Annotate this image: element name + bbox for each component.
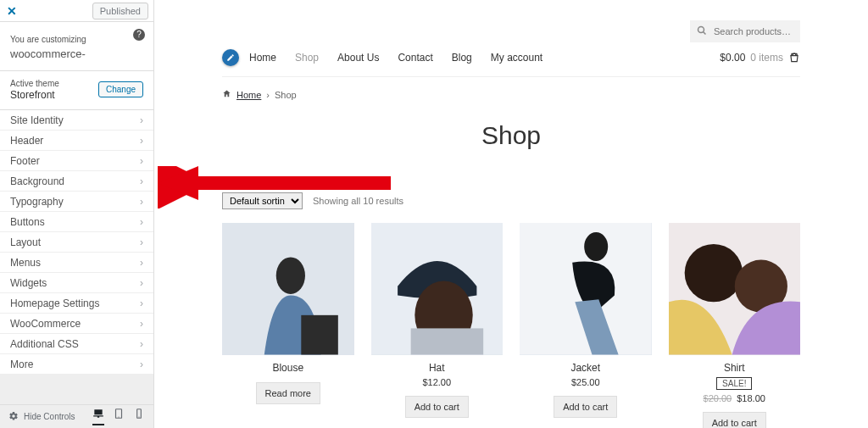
sidebar-item-woocommerce[interactable]: WooCommerce›	[0, 314, 153, 334]
price: $12.00	[371, 377, 504, 387]
nav-row: HomeShopAbout UsContactBlogMy account $0…	[222, 49, 800, 77]
svg-rect-11	[410, 328, 483, 354]
tablet-icon[interactable]	[113, 408, 125, 425]
chevron-right-icon: ›	[140, 155, 143, 167]
sidebar-item-label: Homepage Settings	[10, 297, 99, 309]
svg-point-7	[276, 257, 305, 294]
cart-widget[interactable]: $0.00 0 items	[720, 52, 800, 64]
sidebar-item-footer[interactable]: Footer›	[0, 151, 153, 171]
product-name[interactable]: Hat	[371, 362, 504, 374]
sidebar-item-label: Site Identity	[10, 114, 64, 126]
nav-link-about-us[interactable]: About Us	[337, 52, 379, 64]
product-grid: Blouse Read more Hat $12.00 Add to cart …	[222, 223, 800, 428]
product-cta-button[interactable]: Add to cart	[405, 396, 469, 418]
desktop-icon[interactable]	[92, 408, 104, 425]
results-count: Showing all 10 results	[313, 196, 403, 206]
svg-point-13	[584, 232, 608, 261]
nav-link-blog[interactable]: Blog	[452, 52, 472, 64]
product-name[interactable]: Blouse	[222, 362, 354, 374]
product-image[interactable]	[669, 223, 801, 355]
product-cta-button[interactable]: Read more	[256, 382, 320, 404]
sidebar-item-label: Typography	[10, 196, 64, 208]
sidebar-item-layout[interactable]: Layout›	[0, 232, 153, 253]
product-name[interactable]: Shirt	[669, 362, 801, 374]
chevron-right-icon: ›	[140, 175, 143, 187]
sidebar-item-typography[interactable]: Typography›	[0, 192, 153, 212]
sidebar-item-label: Buttons	[10, 216, 45, 228]
cart-count: 0 items	[750, 52, 783, 64]
device-icons	[92, 408, 145, 425]
sort-row: Default sorting Showing all 10 results	[222, 192, 800, 209]
sidebar-item-header[interactable]: Header›	[0, 131, 153, 151]
chevron-right-icon: ›	[140, 338, 143, 350]
product-card-hat: Hat $12.00 Add to cart	[371, 223, 504, 428]
old-price: $20.00	[704, 393, 732, 403]
sidebar-item-label: Background	[10, 175, 64, 187]
chevron-right-icon: ›	[140, 359, 143, 370]
product-card-jacket: Jacket $25.00 Add to cart	[520, 223, 652, 428]
breadcrumb-current: Shop	[275, 90, 297, 100]
sidebar-item-label: More	[10, 359, 33, 370]
active-theme-block: Active theme Storefront Change	[0, 71, 153, 110]
svg-point-4	[698, 27, 704, 33]
svg-line-5	[704, 32, 706, 35]
product-image[interactable]	[520, 223, 652, 355]
home-icon	[222, 89, 231, 101]
active-theme-name: Storefront	[10, 89, 59, 101]
sidebar-item-label: Header	[10, 135, 43, 147]
cart-icon	[788, 52, 800, 64]
sidebar-item-label: Layout	[10, 236, 41, 248]
sidebar-item-label: WooCommerce	[10, 318, 81, 330]
publish-button[interactable]: Published	[92, 3, 148, 19]
sidebar-topbar: ✕ Published	[0, 0, 153, 22]
sale-badge: SALE!	[716, 377, 752, 390]
chevron-right-icon: ›	[140, 196, 143, 208]
search-box	[690, 20, 800, 42]
search-icon	[697, 25, 707, 38]
sidebar-item-homepage-settings[interactable]: Homepage Settings›	[0, 293, 153, 314]
help-icon[interactable]: ?	[133, 29, 145, 41]
chevron-right-icon: ›	[140, 236, 143, 248]
sidebar-item-site-identity[interactable]: Site Identity›	[0, 110, 153, 131]
nav-link-my-account[interactable]: My account	[491, 52, 542, 64]
chevron-right-icon: ›	[140, 277, 143, 289]
product-image[interactable]	[371, 223, 504, 355]
edit-shortcut-icon[interactable]	[222, 49, 239, 66]
gear-icon[interactable]	[8, 411, 19, 423]
breadcrumb: Home › Shop	[222, 77, 800, 113]
svg-point-15	[684, 244, 742, 302]
sidebar-item-buttons[interactable]: Buttons›	[0, 212, 153, 232]
sort-select[interactable]: Default sorting	[222, 192, 303, 209]
nav-link-contact[interactable]: Contact	[398, 52, 432, 64]
price: $18.00	[737, 393, 765, 403]
hide-controls-label[interactable]: Hide Controls	[24, 412, 75, 421]
store-topbar	[222, 0, 800, 49]
change-theme-button[interactable]: Change	[98, 81, 143, 97]
sidebar-item-background[interactable]: Background›	[0, 171, 153, 192]
sidebar-item-widgets[interactable]: Widgets›	[0, 273, 153, 293]
svg-point-1	[118, 417, 119, 418]
close-icon[interactable]: ✕	[0, 4, 24, 18]
preview-pane: HomeShopAbout UsContactBlogMy account $0…	[154, 0, 868, 428]
product-image[interactable]	[222, 223, 354, 355]
sidebar-item-label: Widgets	[10, 277, 47, 289]
sidebar-item-more[interactable]: More›	[0, 354, 153, 375]
primary-nav: HomeShopAbout UsContactBlogMy account	[249, 52, 542, 64]
product-cta-button[interactable]: Add to cart	[703, 412, 766, 429]
mobile-icon[interactable]	[133, 408, 145, 425]
sidebar-item-menus[interactable]: Menus›	[0, 253, 153, 273]
product-name[interactable]: Jacket	[520, 362, 652, 374]
nav-link-home[interactable]: Home	[249, 52, 276, 64]
page-title: Shop	[222, 121, 800, 150]
product-cta-button[interactable]: Add to cart	[554, 396, 617, 418]
sidebar-item-additional-css[interactable]: Additional CSS›	[0, 334, 153, 354]
sidebar-item-label: Menus	[10, 257, 41, 269]
chevron-right-icon: ›	[140, 257, 143, 269]
nav-link-shop[interactable]: Shop	[295, 52, 319, 64]
customizer-sidebar: ✕ Published You are customizing woocomme…	[0, 0, 154, 428]
breadcrumb-separator: ›	[266, 90, 270, 100]
sidebar-sections-list: Site Identity›Header›Footer›Background›T…	[0, 110, 153, 375]
product-card-shirt: Shirt SALE! $20.00$18.00 Add to cart	[669, 223, 801, 428]
breadcrumb-home-link[interactable]: Home	[236, 90, 261, 100]
svg-rect-8	[301, 315, 338, 355]
